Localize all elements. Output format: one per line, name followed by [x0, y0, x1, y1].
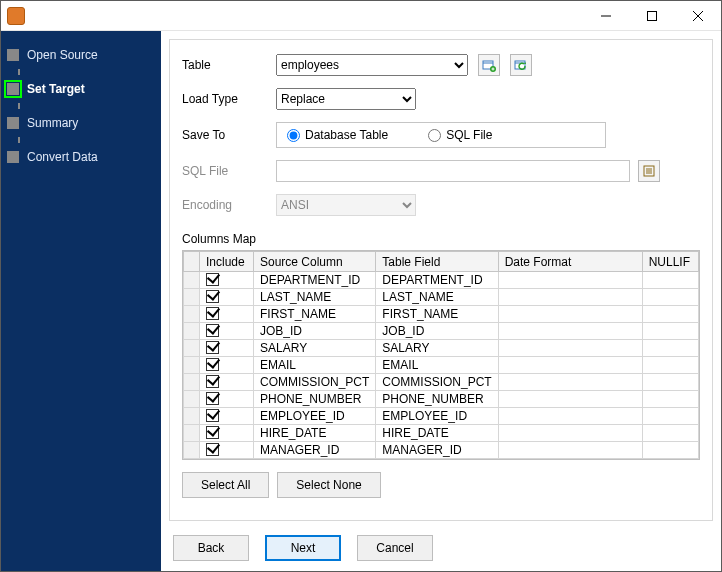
table-row[interactable]: SALARYSALARY — [184, 340, 699, 357]
cell-source-column[interactable]: COMMISSION_PCT — [254, 374, 376, 391]
cell-date-format[interactable] — [498, 323, 642, 340]
row-header[interactable] — [184, 289, 200, 306]
row-header[interactable] — [184, 408, 200, 425]
wizard-step-open-source[interactable]: Open Source — [7, 41, 161, 69]
browse-file-icon[interactable] — [638, 160, 660, 182]
cell-nullif[interactable] — [642, 391, 698, 408]
cell-source-column[interactable]: FIRST_NAME — [254, 306, 376, 323]
row-header[interactable] — [184, 391, 200, 408]
cell-include[interactable] — [200, 442, 254, 459]
cell-nullif[interactable] — [642, 306, 698, 323]
cell-date-format[interactable] — [498, 306, 642, 323]
row-header[interactable] — [184, 323, 200, 340]
cell-source-column[interactable]: EMPLOYEE_ID — [254, 408, 376, 425]
cell-table-field[interactable]: SALARY — [376, 340, 498, 357]
cell-include[interactable] — [200, 323, 254, 340]
table-row[interactable]: EMAILEMAIL — [184, 357, 699, 374]
cell-nullif[interactable] — [642, 357, 698, 374]
cell-nullif[interactable] — [642, 425, 698, 442]
row-header[interactable] — [184, 357, 200, 374]
cell-source-column[interactable]: SALARY — [254, 340, 376, 357]
cell-source-column[interactable]: LAST_NAME — [254, 289, 376, 306]
header-include[interactable]: Include — [200, 252, 254, 272]
close-button[interactable] — [675, 1, 721, 31]
cell-nullif[interactable] — [642, 289, 698, 306]
include-checkbox[interactable] — [206, 409, 219, 422]
table-row[interactable]: PHONE_NUMBERPHONE_NUMBER — [184, 391, 699, 408]
cell-include[interactable] — [200, 306, 254, 323]
table-select[interactable]: employees — [276, 54, 468, 76]
select-all-button[interactable]: Select All — [182, 472, 269, 498]
cell-date-format[interactable] — [498, 425, 642, 442]
cell-include[interactable] — [200, 272, 254, 289]
cell-date-format[interactable] — [498, 272, 642, 289]
table-row[interactable]: FIRST_NAMEFIRST_NAME — [184, 306, 699, 323]
cell-date-format[interactable] — [498, 340, 642, 357]
cell-table-field[interactable]: HIRE_DATE — [376, 425, 498, 442]
cell-include[interactable] — [200, 391, 254, 408]
include-checkbox[interactable] — [206, 290, 219, 303]
wizard-step-set-target[interactable]: Set Target — [7, 75, 161, 103]
cell-table-field[interactable]: DEPARTMENT_ID — [376, 272, 498, 289]
include-checkbox[interactable] — [206, 392, 219, 405]
cancel-button[interactable]: Cancel — [357, 535, 433, 561]
add-table-icon[interactable] — [478, 54, 500, 76]
cell-include[interactable] — [200, 289, 254, 306]
row-header[interactable] — [184, 374, 200, 391]
cell-date-format[interactable] — [498, 408, 642, 425]
table-row[interactable]: DEPARTMENT_IDDEPARTMENT_ID — [184, 272, 699, 289]
cell-table-field[interactable]: PHONE_NUMBER — [376, 391, 498, 408]
include-checkbox[interactable] — [206, 358, 219, 371]
wizard-step-summary[interactable]: Summary — [7, 109, 161, 137]
cell-source-column[interactable]: HIRE_DATE — [254, 425, 376, 442]
header-date-format[interactable]: Date Format — [498, 252, 642, 272]
include-checkbox[interactable] — [206, 375, 219, 388]
maximize-button[interactable] — [629, 1, 675, 31]
include-checkbox[interactable] — [206, 443, 219, 456]
cell-nullif[interactable] — [642, 272, 698, 289]
cell-source-column[interactable]: JOB_ID — [254, 323, 376, 340]
cell-date-format[interactable] — [498, 289, 642, 306]
cell-nullif[interactable] — [642, 340, 698, 357]
select-none-button[interactable]: Select None — [277, 472, 380, 498]
cell-table-field[interactable]: COMMISSION_PCT — [376, 374, 498, 391]
cell-nullif[interactable] — [642, 408, 698, 425]
cell-source-column[interactable]: DEPARTMENT_ID — [254, 272, 376, 289]
next-button[interactable]: Next — [265, 535, 341, 561]
cell-nullif[interactable] — [642, 442, 698, 459]
radio-database-table-input[interactable] — [287, 129, 300, 142]
radio-database-table[interactable]: Database Table — [287, 128, 388, 142]
table-row[interactable]: HIRE_DATEHIRE_DATE — [184, 425, 699, 442]
cell-include[interactable] — [200, 425, 254, 442]
cell-table-field[interactable]: MANAGER_ID — [376, 442, 498, 459]
radio-sql-file[interactable]: SQL File — [428, 128, 492, 142]
cell-date-format[interactable] — [498, 442, 642, 459]
back-button[interactable]: Back — [173, 535, 249, 561]
row-header[interactable] — [184, 425, 200, 442]
header-nullif[interactable]: NULLIF — [642, 252, 698, 272]
cell-include[interactable] — [200, 374, 254, 391]
cell-include[interactable] — [200, 408, 254, 425]
table-row[interactable]: LAST_NAMELAST_NAME — [184, 289, 699, 306]
table-row[interactable]: EMPLOYEE_IDEMPLOYEE_ID — [184, 408, 699, 425]
include-checkbox[interactable] — [206, 273, 219, 286]
table-row[interactable]: MANAGER_IDMANAGER_ID — [184, 442, 699, 459]
cell-table-field[interactable]: JOB_ID — [376, 323, 498, 340]
cell-date-format[interactable] — [498, 357, 642, 374]
cell-table-field[interactable]: LAST_NAME — [376, 289, 498, 306]
row-header[interactable] — [184, 306, 200, 323]
include-checkbox[interactable] — [206, 426, 219, 439]
minimize-button[interactable] — [583, 1, 629, 31]
header-table-field[interactable]: Table Field — [376, 252, 498, 272]
row-header[interactable] — [184, 442, 200, 459]
cell-nullif[interactable] — [642, 374, 698, 391]
table-row[interactable]: COMMISSION_PCTCOMMISSION_PCT — [184, 374, 699, 391]
cell-nullif[interactable] — [642, 323, 698, 340]
cell-source-column[interactable]: MANAGER_ID — [254, 442, 376, 459]
include-checkbox[interactable] — [206, 324, 219, 337]
cell-table-field[interactable]: FIRST_NAME — [376, 306, 498, 323]
header-source-column[interactable]: Source Column — [254, 252, 376, 272]
refresh-table-icon[interactable] — [510, 54, 532, 76]
cell-include[interactable] — [200, 357, 254, 374]
row-header[interactable] — [184, 272, 200, 289]
